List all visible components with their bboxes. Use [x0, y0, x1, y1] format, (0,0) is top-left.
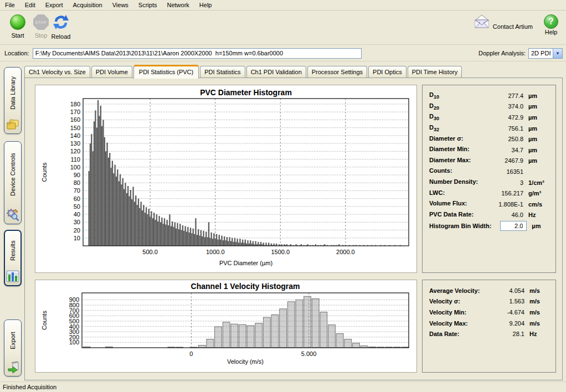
- tab-pdi-statistics[interactable]: PDI Statistics: [200, 66, 245, 78]
- help-button[interactable]: ? Help: [544, 14, 558, 35]
- stat-row: Volume Flux:1.808E-1cm/s: [429, 199, 549, 210]
- menu-bar: File Edit Export Acquisition Views Scrip…: [0, 0, 566, 11]
- svg-text:500.0: 500.0: [142, 249, 158, 255]
- export-arrow-icon: [6, 361, 19, 373]
- svg-text:100: 100: [70, 164, 80, 171]
- pvc-diameter-histogram-panel: 1020304050607080901001101201301401501601…: [35, 85, 417, 273]
- gear-magnifier-icon: [6, 208, 19, 221]
- menu-edit[interactable]: Edit: [20, 1, 40, 10]
- contact-artium-button[interactable]: Contact Artium: [472, 14, 533, 35]
- doppler-analysis-value: 2D PDI: [529, 50, 553, 56]
- stat-row: PVC Data Rate:46.0Hz: [429, 210, 549, 221]
- velocity-histogram-panel: 10020030040050060070080090005.000Channel…: [35, 280, 417, 373]
- menu-scripts[interactable]: Scripts: [133, 1, 162, 10]
- tab-pdi-statistics-pvc[interactable]: PDI Statistics (PVC): [133, 65, 199, 79]
- reload-label: Reload: [47, 33, 75, 40]
- tab-pdi-volume[interactable]: PDI Volume: [91, 66, 132, 78]
- sidebar-item-export[interactable]: Export: [4, 319, 22, 376]
- doppler-analysis-label: Doppler Analysis:: [478, 50, 526, 56]
- tab-page-pdi-statistics-pvc: 1020304050607080901001101201301401501601…: [24, 78, 563, 380]
- svg-text:170: 170: [70, 109, 80, 115]
- stat-row: Average Velocity:4.054m/s: [429, 285, 549, 296]
- status-bar: Finished Acquisition: [0, 381, 566, 392]
- menu-views[interactable]: Views: [107, 1, 133, 10]
- svg-text:60: 60: [74, 195, 80, 202]
- tab-ch1-velocity-vs-size[interactable]: Ch1 Velocity vs. Size: [24, 66, 90, 78]
- svg-text:900: 900: [69, 296, 79, 303]
- tab-pdi-time-history[interactable]: PDI Time History: [408, 66, 462, 78]
- menu-file[interactable]: File: [0, 1, 20, 10]
- stat-row: Data Rate:28.1Hz: [429, 328, 549, 339]
- location-label: Location:: [4, 50, 29, 56]
- tab-bar: Ch1 Velocity vs. Size PDI Volume PDI Sta…: [24, 65, 462, 78]
- svg-text:150: 150: [70, 125, 80, 131]
- svg-text:Counts: Counts: [41, 162, 48, 182]
- pvc-statistics-panel: D10277.4µm D20374.0µm D30472.9µm D32756.…: [422, 85, 556, 273]
- stat-row: Velocity Min:-4.674m/s: [429, 307, 549, 318]
- svg-text:160: 160: [70, 116, 80, 123]
- envelope-icon: [472, 14, 491, 29]
- histogram-bin-width-input[interactable]: [500, 221, 527, 231]
- stat-row: Diameter Max:2467.9µm: [429, 156, 549, 167]
- menu-acquisition[interactable]: Acquisition: [68, 1, 107, 10]
- tab-pdi-optics[interactable]: PDI Optics: [368, 66, 407, 78]
- svg-text:180: 180: [70, 101, 80, 107]
- svg-text:1500.0: 1500.0: [271, 249, 290, 255]
- help-label: Help: [545, 29, 558, 35]
- results-chart-icon: [6, 270, 19, 282]
- svg-text:140: 140: [70, 132, 80, 139]
- toolbar: Start STOP Stop Reload Contact Artium ?: [0, 11, 566, 45]
- pvc-diameter-histogram-chart: 1020304050607080901001101201301401501601…: [35, 85, 416, 272]
- doppler-analysis-group: Doppler Analysis: 2D PDI ▼: [478, 48, 563, 59]
- reload-icon: [53, 14, 69, 30]
- menu-help[interactable]: Help: [194, 1, 217, 10]
- stat-row: Diameter Min:34.7µm: [429, 145, 549, 156]
- svg-text:20: 20: [74, 227, 80, 234]
- stat-row: D32756.1µm: [429, 123, 549, 134]
- velocity-histogram-chart: 10020030040050060070080090005.000Channel…: [35, 280, 416, 372]
- svg-text:PVC Diameter Histogram: PVC Diameter Histogram: [200, 88, 292, 97]
- reload-button[interactable]: Reload: [47, 14, 75, 40]
- svg-text:130: 130: [70, 140, 80, 147]
- sidebar-item-results[interactable]: Results: [4, 230, 22, 286]
- histogram-bin-width-row: Histogram Bin Width: µm: [429, 220, 549, 231]
- velocity-statistics-panel: Average Velocity:4.054m/s Velocity σ:1.5…: [422, 280, 556, 373]
- menu-export[interactable]: Export: [40, 1, 68, 10]
- doppler-analysis-select[interactable]: 2D PDI ▼: [528, 48, 563, 59]
- stat-row: Counts:16351: [429, 166, 549, 177]
- svg-text:Velocity (m/s): Velocity (m/s): [227, 358, 264, 365]
- svg-text:80: 80: [74, 179, 80, 186]
- svg-text:Counts: Counts: [41, 311, 48, 330]
- svg-text:50: 50: [74, 203, 80, 210]
- stat-row: Diameter σ:250.8µm: [429, 133, 549, 145]
- svg-text:5.000: 5.000: [301, 350, 317, 357]
- svg-text:110: 110: [70, 156, 80, 163]
- svg-text:2000.0: 2000.0: [336, 249, 355, 255]
- stat-row: LWC:156.217g/m³: [429, 188, 549, 199]
- app-window: { "menu": { "items": ["File","Edit","Exp…: [0, 0, 566, 392]
- stat-row: D20374.0µm: [429, 101, 549, 112]
- stat-row: D10277.4µm: [429, 90, 549, 101]
- svg-text:10: 10: [74, 235, 80, 241]
- sidebar-item-device-controls[interactable]: Device Controls: [4, 141, 22, 224]
- tab-ch1-pdi-validation[interactable]: Ch1 PDI Validation: [246, 66, 306, 78]
- svg-text:0: 0: [189, 350, 193, 357]
- toolbar-right: Contact Artium ? Help: [472, 14, 558, 35]
- chevron-down-icon: ▼: [553, 49, 562, 58]
- folders-icon: [6, 118, 19, 131]
- sidebar-item-data-library[interactable]: Data Library: [4, 67, 22, 134]
- svg-text:120: 120: [70, 148, 80, 154]
- start-icon: [10, 14, 25, 30]
- status-text: Finished Acquisition: [3, 384, 56, 390]
- location-bar: Location: Doppler Analysis: 2D PDI ▼: [0, 45, 566, 61]
- tab-processor-settings[interactable]: Processor Settings: [307, 66, 367, 78]
- menu-network[interactable]: Network: [162, 1, 194, 10]
- svg-text:40: 40: [74, 211, 80, 218]
- contact-artium-label: Contact Artium: [493, 23, 533, 30]
- stat-row: Velocity σ:1.563m/s: [429, 296, 549, 307]
- svg-text:PVC Diameter (µm): PVC Diameter (µm): [219, 260, 272, 266]
- svg-text:1000.0: 1000.0: [206, 249, 225, 255]
- stat-row: Number Density:31/cm³: [429, 177, 549, 188]
- svg-text:30: 30: [74, 219, 80, 225]
- location-input[interactable]: [33, 48, 362, 59]
